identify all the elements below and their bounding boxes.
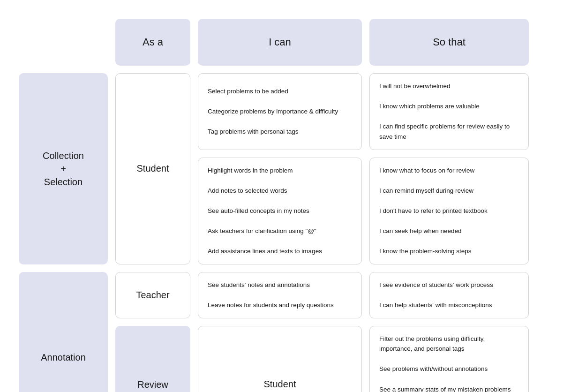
ican-collection-1: Select problems to be added Categorize p… <box>198 73 362 150</box>
category-collection: Collection + Selection <box>19 73 108 264</box>
main-grid: As a I can So that Collection + Selectio… <box>19 19 567 392</box>
category-annotation: Annotation <box>19 272 108 392</box>
category-review: Review <box>115 326 190 392</box>
sothat-collection-2: I know what to focus on for review I can… <box>369 158 529 264</box>
ican-annotation-teacher: See students' notes and annotations Leav… <box>198 272 362 318</box>
header-i-can: I can <box>198 19 362 66</box>
header-as-a: As a <box>115 19 190 66</box>
persona-student-review: Student <box>198 326 362 392</box>
sothat-collection-1: I will not be overwhelmed I know which p… <box>369 73 529 150</box>
ican-review: Filter out the problems using difficulty… <box>369 326 529 392</box>
ican-collection-2: Highlight words in the problem Add notes… <box>198 158 362 264</box>
header-so-that: So that <box>369 19 529 66</box>
persona-teacher: Teacher <box>115 272 190 318</box>
persona-student-1: Student <box>115 73 190 264</box>
header-empty <box>19 19 108 66</box>
sothat-annotation-teacher: I see evidence of students' work process… <box>369 272 529 318</box>
